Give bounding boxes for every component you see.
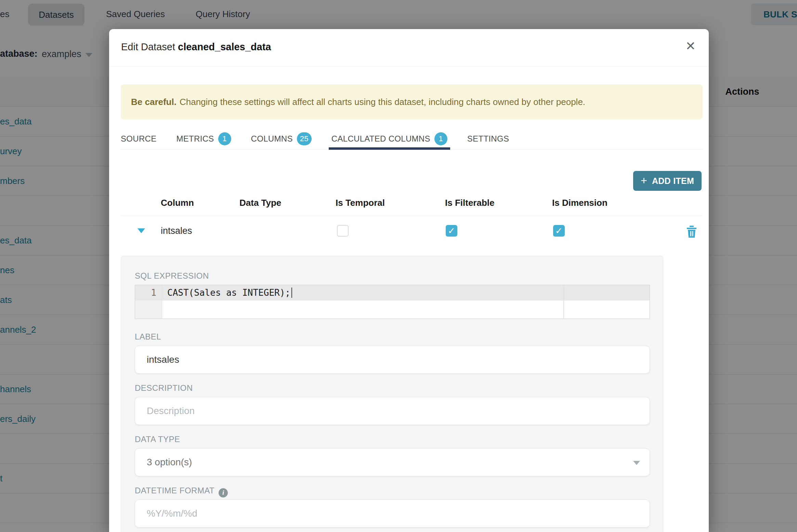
is-dimension-checkbox[interactable]: ✓ [553,225,565,237]
tab-metrics[interactable]: METRICS 1 [176,128,231,149]
tab-source[interactable]: SOURCE [121,128,156,149]
column-header-is-filterable: Is Filterable [445,198,495,208]
metrics-count-badge: 1 [218,132,231,145]
editor-gutter-border [162,285,162,319]
is-filterable-checkbox[interactable]: ✓ [446,225,457,237]
data-type-selected-value: 3 option(s) [147,457,192,468]
datetime-format-field-label: DATETIME FORMATi [135,486,228,497]
modal-title: Edit Dataset cleaned_sales_data [121,41,271,53]
close-icon[interactable]: ✕ [685,40,696,52]
label-field-label: LABEL [135,332,161,342]
modal-title-dataset-name: cleaned_sales_data [178,41,271,52]
sql-code-value: CAST(Sales as INTEGER); [167,288,290,298]
datetime-format-label-text: DATETIME FORMAT [135,486,214,495]
calculated-column-name: intsales [161,216,192,245]
tab-columns[interactable]: COLUMNS 25 [251,128,312,149]
calculated-columns-count-badge: 1 [434,132,447,145]
columns-count-badge: 25 [297,132,312,145]
tab-columns-label: COLUMNS [251,134,293,144]
description-input[interactable] [135,397,650,425]
datetime-format-input[interactable] [135,500,650,528]
tab-calculated-columns[interactable]: CALCULATED COLUMNS 1 [331,128,447,149]
editor-print-margin [563,285,564,319]
data-type-field-label: DATA TYPE [135,435,180,444]
is-temporal-checkbox[interactable] [337,225,349,237]
select-caret-icon [633,461,640,465]
editor-gutter [135,301,162,319]
collapse-caret-icon[interactable] [138,228,145,233]
description-field-label: DESCRIPTION [135,383,193,393]
modal-tab-bar: SOURCE METRICS 1 COLUMNS 25 CALCULATED C… [121,128,703,149]
sql-expression-label: SQL EXPRESSION [135,271,209,281]
column-header-is-temporal: Is Temporal [336,198,385,208]
calculated-column-detail-panel: SQL EXPRESSION 1 CAST(Sales as INTEGER);… [121,256,663,532]
tab-metrics-label: METRICS [176,134,214,144]
warning-banner: Be careful. Changing these settings will… [121,84,703,119]
column-header-is-dimension: Is Dimension [552,198,607,208]
editor-line-number: 1 [135,285,156,301]
warning-bold-text: Be careful. [131,97,177,107]
text-cursor [291,288,292,298]
edit-dataset-modal: Edit Dataset cleaned_sales_data ✕ Be car… [109,29,709,532]
plus-icon: + [641,175,647,186]
info-icon[interactable]: i [219,488,228,497]
modal-title-prefix: Edit Dataset [121,41,178,52]
label-input[interactable] [135,346,650,374]
sql-expression-editor[interactable]: 1 CAST(Sales as INTEGER); [135,285,650,319]
tab-settings-label: SETTINGS [467,134,509,144]
column-header-data-type: Data Type [239,198,281,208]
modal-header: Edit Dataset cleaned_sales_data ✕ [109,29,709,67]
tab-settings[interactable]: SETTINGS [467,128,509,149]
tab-source-label: SOURCE [121,134,156,144]
data-type-select[interactable]: 3 option(s) [135,448,650,476]
calculated-column-row: intsales ✓ ✓ [121,216,703,245]
add-item-button[interactable]: + ADD ITEM [633,171,702,191]
trash-icon[interactable] [686,225,697,239]
tab-calculated-columns-label: CALCULATED COLUMNS [331,134,430,144]
calculated-columns-table-header: Column Data Type Is Temporal Is Filterab… [121,194,703,216]
warning-text: Changing these settings will affect all … [180,97,585,107]
screen: es Datasets Saved Queries Query History … [0,0,797,532]
add-item-label: ADD ITEM [652,176,694,186]
column-header-column: Column [161,198,194,208]
sql-code-text: CAST(Sales as INTEGER); [167,285,292,301]
